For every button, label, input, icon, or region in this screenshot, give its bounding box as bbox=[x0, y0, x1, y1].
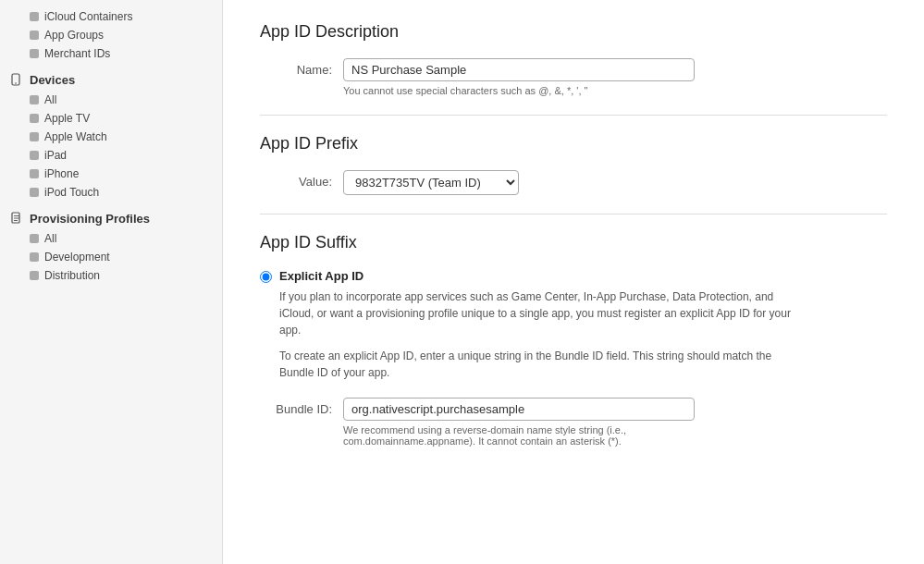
bullet-icon bbox=[30, 95, 39, 104]
name-input[interactable] bbox=[343, 58, 695, 81]
explicit-label: Explicit App ID bbox=[279, 269, 797, 283]
bullet-icon bbox=[30, 132, 39, 141]
document-icon bbox=[9, 211, 24, 226]
sidebar-item-ipad[interactable]: iPad bbox=[0, 146, 222, 165]
app-id-prefix-section: App ID Prefix Value: 9832T735TV (Team ID… bbox=[260, 134, 887, 195]
bullet-icon bbox=[30, 114, 39, 123]
sidebar-item-iphone[interactable]: iPhone bbox=[0, 165, 222, 183]
explicit-option-content: Explicit App ID If you plan to incorpora… bbox=[279, 269, 797, 381]
sidebar-item-distribution[interactable]: Distribution bbox=[0, 266, 222, 285]
bundle-id-input[interactable] bbox=[343, 398, 695, 421]
bullet-icon bbox=[30, 31, 39, 40]
svg-rect-1 bbox=[15, 83, 17, 84]
bullet-icon bbox=[30, 188, 39, 197]
name-row: Name: You cannot use special characters … bbox=[260, 58, 887, 96]
prefix-value-label: Value: bbox=[260, 170, 343, 189]
bullet-icon bbox=[30, 49, 39, 58]
sidebar: iCloud Containers App Groups Merchant ID… bbox=[0, 0, 223, 564]
sidebar-item-apple-tv[interactable]: Apple TV bbox=[0, 109, 222, 128]
sidebar-item-all-devices[interactable]: All bbox=[0, 91, 222, 109]
app-id-description-title: App ID Description bbox=[260, 22, 887, 42]
divider-2 bbox=[260, 214, 887, 215]
sidebar-section-identifiers: iCloud Containers App Groups Merchant ID… bbox=[0, 7, 222, 63]
bullet-icon bbox=[30, 169, 39, 178]
app-id-suffix-section: App ID Suffix Explicit App ID If you pla… bbox=[260, 233, 887, 447]
bullet-icon bbox=[30, 151, 39, 160]
device-icon bbox=[9, 72, 24, 87]
app-id-prefix-title: App ID Prefix bbox=[260, 134, 887, 153]
explicit-app-id-option: Explicit App ID If you plan to incorpora… bbox=[260, 269, 887, 381]
sidebar-item-apple-watch[interactable]: Apple Watch bbox=[0, 128, 222, 146]
name-hint: You cannot use special characters such a… bbox=[343, 85, 887, 96]
sidebar-item-ipod-touch[interactable]: iPod Touch bbox=[0, 183, 222, 202]
sidebar-item-all-profiles[interactable]: All bbox=[0, 229, 222, 248]
app-id-suffix-title: App ID Suffix bbox=[260, 233, 887, 252]
sidebar-item-development[interactable]: Development bbox=[0, 248, 222, 266]
bundle-id-hint: We recommend using a reverse-domain name… bbox=[343, 424, 732, 447]
sidebar-section-devices: Devices All Apple TV Apple Watch iPad iP… bbox=[0, 67, 222, 202]
bullet-icon bbox=[30, 252, 39, 262]
name-label: Name: bbox=[260, 58, 343, 77]
explicit-radio[interactable] bbox=[260, 271, 272, 283]
bundle-id-section: Bundle ID: We recommend using a reverse-… bbox=[260, 398, 887, 447]
sidebar-section-header-provisioning[interactable]: Provisioning Profiles bbox=[0, 205, 222, 229]
divider-1 bbox=[260, 115, 887, 116]
explicit-description: If you plan to incorporate app services … bbox=[279, 288, 797, 338]
bundle-id-row: Bundle ID: We recommend using a reverse-… bbox=[260, 398, 887, 447]
sidebar-item-app-groups[interactable]: App Groups bbox=[0, 26, 222, 44]
name-field-wrap: You cannot use special characters such a… bbox=[343, 58, 887, 96]
app-id-description-section: App ID Description Name: You cannot use … bbox=[260, 22, 887, 96]
sidebar-section-header-devices[interactable]: Devices bbox=[0, 67, 222, 91]
team-id-select[interactable]: 9832T735TV (Team ID) bbox=[343, 170, 519, 195]
bullet-icon bbox=[30, 12, 39, 21]
explicit-description2: To create an explicit App ID, enter a un… bbox=[279, 348, 797, 381]
sidebar-item-merchant-ids[interactable]: Merchant IDs bbox=[0, 44, 222, 63]
prefix-value-row: Value: 9832T735TV (Team ID) bbox=[260, 170, 887, 195]
bullet-icon bbox=[30, 271, 39, 280]
bullet-icon bbox=[30, 234, 39, 243]
main-content: App ID Description Name: You cannot use … bbox=[223, 0, 924, 564]
bundle-id-label: Bundle ID: bbox=[260, 398, 343, 416]
prefix-value-wrap: 9832T735TV (Team ID) bbox=[343, 170, 887, 195]
bundle-id-field-wrap: We recommend using a reverse-domain name… bbox=[343, 398, 887, 447]
sidebar-section-provisioning: Provisioning Profiles All Development Di… bbox=[0, 205, 222, 285]
sidebar-item-icloud-containers[interactable]: iCloud Containers bbox=[0, 7, 222, 26]
svg-rect-2 bbox=[12, 213, 19, 223]
